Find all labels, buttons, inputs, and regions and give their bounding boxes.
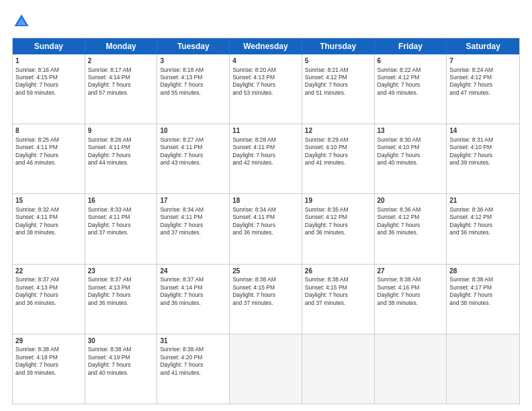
day-info-line: and 44 minutes. [88,159,154,167]
day-info-line: Daylight: 7 hours [232,291,299,299]
day-info-line: Sunset: 4:12 PM [305,214,371,221]
day-cell-19: 19Sunrise: 8:35 AMSunset: 4:12 PMDayligh… [302,194,375,263]
day-info-line: and 46 minutes. [15,159,82,167]
day-info-line: Sunset: 4:15 PM [305,284,371,291]
day-info-line: and 40 minutes. [88,369,154,377]
day-info-line: Sunrise: 8:18 AM [160,66,226,74]
day-info-line: and 38 minutes. [15,229,82,236]
day-info-line: Sunrise: 8:34 AM [232,206,299,214]
day-info-line: Sunset: 4:12 PM [378,74,444,81]
day-info-line: Sunrise: 8:17 AM [88,66,154,74]
day-info-line: and 38 minutes. [449,300,517,307]
calendar-week-2: 8Sunrise: 8:25 AMSunset: 4:11 PMDaylight… [13,124,519,194]
day-info-line: Sunrise: 8:25 AM [15,136,82,144]
day-info-line: Sunset: 4:10 PM [305,144,371,151]
day-info-line: Daylight: 7 hours [15,152,82,159]
day-cell-2: 2Sunrise: 8:17 AMSunset: 4:14 PMDaylight… [85,54,158,124]
day-number: 1 [15,56,82,66]
day-number: 29 [15,336,82,346]
day-info-line: Sunrise: 8:36 AM [378,206,444,214]
day-info-line: Sunrise: 8:37 AM [88,276,154,283]
day-cell-5: 5Sunrise: 8:21 AMSunset: 4:12 PMDaylight… [302,54,375,124]
calendar-week-3: 15Sunrise: 8:32 AMSunset: 4:11 PMDayligh… [13,194,519,264]
day-info-line: Sunset: 4:11 PM [232,144,299,151]
day-info-line: Sunrise: 8:34 AM [160,206,226,214]
day-info-line: Sunset: 4:13 PM [15,284,82,291]
day-info-line: Sunset: 4:18 PM [15,354,82,361]
day-info-line: Daylight: 7 hours [88,222,154,229]
day-cell-4: 4Sunrise: 8:20 AMSunset: 4:13 PMDaylight… [230,54,302,124]
day-info-line: Sunrise: 8:36 AM [449,206,517,214]
calendar-week-4: 22Sunrise: 8:37 AMSunset: 4:13 PMDayligh… [13,265,519,334]
day-info-line: and 36 minutes. [88,300,154,307]
day-info-line: Daylight: 7 hours [232,222,299,229]
day-number: 8 [15,126,82,136]
day-info-line: Sunrise: 8:24 AM [449,66,517,74]
day-info-line: Sunset: 4:11 PM [232,214,299,221]
day-number: 4 [232,56,299,66]
day-info-line: Sunrise: 8:38 AM [449,276,517,283]
weekday-header-saturday: Saturday [447,38,519,54]
day-cell-27: 27Sunrise: 8:38 AMSunset: 4:16 PMDayligh… [375,265,447,334]
day-info-line: Sunrise: 8:27 AM [160,136,226,144]
day-number: 21 [449,196,517,205]
weekday-header-monday: Monday [85,38,158,54]
day-number: 10 [160,126,226,136]
day-info-line: Daylight: 7 hours [449,291,517,299]
weekday-header-thursday: Thursday [302,38,375,54]
day-info-line: and 36 minutes. [378,229,444,236]
calendar-body: 1Sunrise: 8:16 AMSunset: 4:15 PMDaylight… [13,54,519,404]
day-info-line: Daylight: 7 hours [378,81,444,89]
logo [12,12,34,31]
day-info-line: and 41 minutes. [160,369,226,377]
day-info-line: Sunset: 4:11 PM [88,214,154,221]
day-info-line: and 43 minutes. [160,159,226,167]
day-cell-6: 6Sunrise: 8:22 AMSunset: 4:12 PMDaylight… [375,54,447,124]
day-info-line: Daylight: 7 hours [160,361,226,369]
day-info-line: Daylight: 7 hours [15,81,82,89]
day-info-line: Daylight: 7 hours [232,81,299,89]
day-cell-11: 11Sunrise: 8:28 AMSunset: 4:11 PMDayligh… [230,124,302,193]
calendar: SundayMondayTuesdayWednesdayThursdayFrid… [12,38,520,404]
empty-cell [302,334,375,404]
day-info-line: Daylight: 7 hours [305,222,371,229]
weekday-header-sunday: Sunday [13,38,85,54]
day-info-line: Sunset: 4:19 PM [88,354,154,361]
day-info-line: Sunrise: 8:22 AM [378,66,444,74]
day-number: 13 [378,126,444,136]
day-cell-7: 7Sunrise: 8:24 AMSunset: 4:12 PMDaylight… [447,54,519,124]
day-info-line: Daylight: 7 hours [15,222,82,229]
day-cell-14: 14Sunrise: 8:31 AMSunset: 4:10 PMDayligh… [447,124,519,193]
day-info-line: Sunrise: 8:35 AM [305,206,371,214]
day-info-line: and 37 minutes. [232,300,299,307]
day-info-line: and 36 minutes. [232,229,299,236]
day-info-line: Sunrise: 8:38 AM [378,276,444,283]
day-number: 27 [378,267,444,276]
day-number: 16 [88,196,154,205]
empty-cell [375,334,447,404]
day-info-line: Sunrise: 8:26 AM [88,136,154,144]
day-info-line: Sunrise: 8:21 AM [305,66,371,74]
day-cell-23: 23Sunrise: 8:37 AMSunset: 4:13 PMDayligh… [85,265,158,334]
day-cell-30: 30Sunrise: 8:38 AMSunset: 4:19 PMDayligh… [85,334,158,404]
day-info-line: Daylight: 7 hours [160,152,226,159]
day-info-line: Daylight: 7 hours [15,361,82,369]
day-info-line: Sunrise: 8:38 AM [232,276,299,283]
day-info-line: Sunrise: 8:31 AM [449,136,517,144]
day-number: 9 [88,126,154,136]
day-cell-31: 31Sunrise: 8:38 AMSunset: 4:20 PMDayligh… [157,334,230,404]
day-info-line: and 36 minutes. [160,300,226,307]
day-info-line: Daylight: 7 hours [378,291,444,299]
day-number: 15 [15,196,82,205]
day-info-line: and 59 minutes. [15,89,82,97]
day-number: 18 [232,196,299,205]
day-info-line: Daylight: 7 hours [378,152,444,159]
day-number: 11 [232,126,299,136]
day-info-line: Sunrise: 8:38 AM [88,346,154,353]
day-cell-1: 1Sunrise: 8:16 AMSunset: 4:15 PMDaylight… [13,54,85,124]
calendar-week-5: 29Sunrise: 8:38 AMSunset: 4:18 PMDayligh… [13,334,519,404]
day-number: 5 [305,56,371,66]
day-info-line: Sunrise: 8:38 AM [305,276,371,283]
day-cell-29: 29Sunrise: 8:38 AMSunset: 4:18 PMDayligh… [13,334,85,404]
day-cell-26: 26Sunrise: 8:38 AMSunset: 4:15 PMDayligh… [302,265,375,334]
